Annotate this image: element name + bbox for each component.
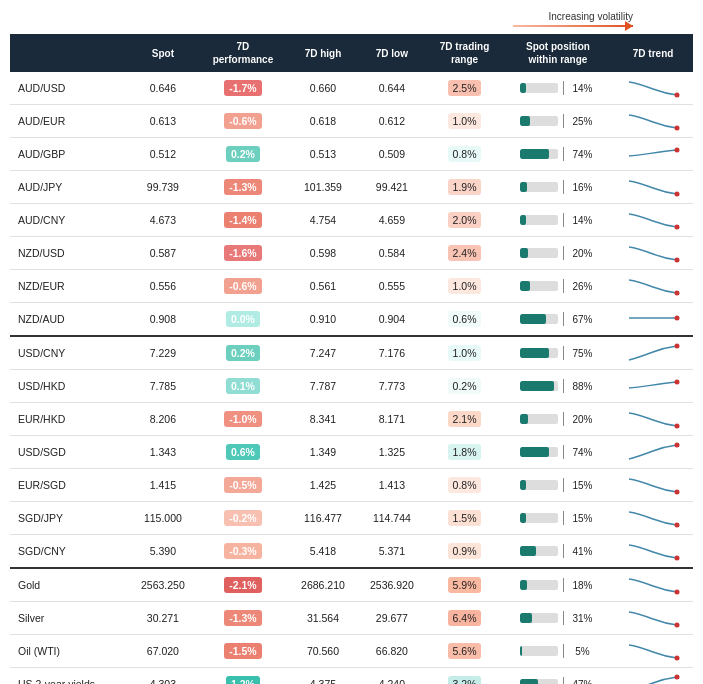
cell-trend (613, 403, 693, 436)
cell-low: 8.171 (357, 403, 426, 436)
cell-trend (613, 635, 693, 668)
col-high: 7D high (289, 34, 358, 72)
cell-high: 31.564 (289, 602, 358, 635)
volatility-arrow (513, 22, 633, 30)
cell-trend (613, 204, 693, 237)
cell-spot-range: 88% (503, 370, 613, 403)
cell-high: 0.561 (289, 270, 358, 303)
cell-range: 3.2% (426, 668, 502, 685)
cell-low: 0.612 (357, 105, 426, 138)
cell-range: 0.8% (426, 138, 502, 171)
table-row: NZD/EUR0.556-0.6%0.5610.5551.0%26% (10, 270, 693, 303)
svg-point-12 (675, 490, 680, 495)
cell-range: 1.0% (426, 336, 502, 370)
cell-perf: 0.0% (197, 303, 288, 337)
cell-spot: 0.613 (128, 105, 197, 138)
main-table: Spot 7Dperformance 7D high 7D low 7D tra… (10, 34, 693, 684)
cell-pair: AUD/EUR (10, 105, 128, 138)
cell-perf: -1.4% (197, 204, 288, 237)
cell-high: 0.618 (289, 105, 358, 138)
cell-range: 6.4% (426, 602, 502, 635)
cell-spot: 115.000 (128, 502, 197, 535)
cell-range: 2.5% (426, 72, 502, 105)
cell-high: 7.787 (289, 370, 358, 403)
svg-point-5 (675, 258, 680, 263)
svg-point-10 (675, 424, 680, 429)
cell-trend (613, 138, 693, 171)
cell-perf: -0.3% (197, 535, 288, 569)
cell-spot-range: 16% (503, 171, 613, 204)
cell-low: 4.240 (357, 668, 426, 685)
arrow-line (513, 25, 633, 27)
cell-perf: 0.2% (197, 138, 288, 171)
table-row: USD/HKD7.7850.1%7.7877.7730.2%88% (10, 370, 693, 403)
cell-spot: 99.739 (128, 171, 197, 204)
cell-spot: 1.415 (128, 469, 197, 502)
cell-spot-range: 18% (503, 568, 613, 602)
cell-pair: AUD/JPY (10, 171, 128, 204)
cell-low: 29.677 (357, 602, 426, 635)
table-row: AUD/GBP0.5120.2%0.5130.5090.8%74% (10, 138, 693, 171)
svg-point-9 (675, 380, 680, 385)
svg-point-11 (675, 443, 680, 448)
cell-range: 5.9% (426, 568, 502, 602)
cell-range: 0.2% (426, 370, 502, 403)
table-row: AUD/CNY4.673-1.4%4.7544.6592.0%14% (10, 204, 693, 237)
cell-pair: Oil (WTI) (10, 635, 128, 668)
svg-point-17 (675, 656, 680, 661)
cell-trend (613, 436, 693, 469)
cell-spot-range: 41% (503, 535, 613, 569)
cell-high: 0.660 (289, 72, 358, 105)
cell-range: 5.6% (426, 635, 502, 668)
cell-spot-range: 15% (503, 502, 613, 535)
arrow-head (625, 21, 633, 31)
cell-trend (613, 502, 693, 535)
cell-perf: 0.1% (197, 370, 288, 403)
cell-spot: 4.303 (128, 668, 197, 685)
cell-perf: -0.6% (197, 105, 288, 138)
cell-perf: -1.0% (197, 403, 288, 436)
cell-low: 0.584 (357, 237, 426, 270)
cell-trend (613, 72, 693, 105)
cell-perf: -0.5% (197, 469, 288, 502)
cell-low: 114.744 (357, 502, 426, 535)
col-perf: 7Dperformance (197, 34, 288, 72)
cell-spot-range: 20% (503, 403, 613, 436)
cell-range: 1.0% (426, 105, 502, 138)
svg-point-13 (675, 523, 680, 528)
table-row: NZD/USD0.587-1.6%0.5980.5842.4%20% (10, 237, 693, 270)
svg-point-14 (675, 556, 680, 561)
cell-high: 2686.210 (289, 568, 358, 602)
volatility-header: Increasing volatility (10, 10, 693, 30)
cell-spot: 0.646 (128, 72, 197, 105)
cell-high: 8.341 (289, 403, 358, 436)
table-row: AUD/EUR0.613-0.6%0.6180.6121.0%25% (10, 105, 693, 138)
cell-perf: 0.6% (197, 436, 288, 469)
cell-trend (613, 303, 693, 337)
cell-spot-range: 15% (503, 469, 613, 502)
cell-pair: NZD/AUD (10, 303, 128, 337)
cell-trend (613, 370, 693, 403)
cell-low: 99.421 (357, 171, 426, 204)
table-row: Gold2563.250-2.1%2686.2102536.9205.9%18% (10, 568, 693, 602)
cell-range: 2.1% (426, 403, 502, 436)
table-row: Silver30.271-1.3%31.56429.6776.4%31% (10, 602, 693, 635)
cell-pair: SGD/CNY (10, 535, 128, 569)
cell-low: 4.659 (357, 204, 426, 237)
svg-point-7 (675, 316, 680, 321)
svg-point-2 (675, 148, 680, 153)
cell-high: 4.754 (289, 204, 358, 237)
table-row: SGD/CNY5.390-0.3%5.4185.3710.9%41% (10, 535, 693, 569)
cell-spot: 7.785 (128, 370, 197, 403)
table-row: Oil (WTI)67.020-1.5%70.56066.8205.6%5% (10, 635, 693, 668)
col-pair (10, 34, 128, 72)
cell-low: 7.773 (357, 370, 426, 403)
table-row: EUR/SGD1.415-0.5%1.4251.4130.8%15% (10, 469, 693, 502)
cell-pair: Gold (10, 568, 128, 602)
cell-perf: -1.3% (197, 602, 288, 635)
table-header: Spot 7Dperformance 7D high 7D low 7D tra… (10, 34, 693, 72)
col-low: 7D low (357, 34, 426, 72)
svg-point-4 (675, 225, 680, 230)
cell-spot-range: 47% (503, 668, 613, 685)
cell-pair: NZD/USD (10, 237, 128, 270)
